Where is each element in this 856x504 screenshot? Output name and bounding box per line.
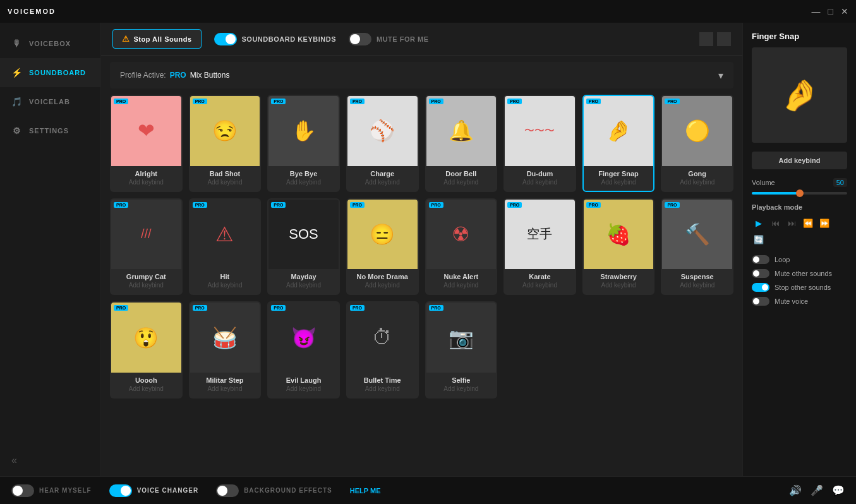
sound-keybind-nuke-alert: Add keybind [443, 282, 478, 289]
maximize-button[interactable]: □ [828, 7, 833, 16]
sound-card-door-bell[interactable]: PRO 🔔 Door Bell Add keybind [425, 95, 498, 192]
sound-name-nuke-alert: Nuke Alert [444, 273, 479, 280]
toggle-stop-other-sounds[interactable] [752, 283, 769, 292]
sound-card-alright[interactable]: PRO ❤ Alright Add keybind [110, 95, 183, 192]
play-button[interactable]: ▶ [752, 216, 766, 230]
window-controls: — □ ✕ [812, 7, 848, 16]
sound-name-gong: Gong [688, 170, 706, 177]
sidebar-item-settings[interactable]: ⚙ SETTINGS [0, 116, 100, 145]
sound-keybind-alright: Add keybind [129, 179, 164, 186]
sound-keybind-charge: Add keybind [365, 179, 400, 186]
sound-name-no-more-drama: No More Drama [357, 273, 408, 280]
sound-card-bullet-time[interactable]: PRO ⏱ Bullet Time Add keybind [346, 301, 419, 399]
voice-changer-switch[interactable] [109, 484, 132, 497]
sound-keybind-bad-shot: Add keybind [207, 179, 242, 186]
add-keybind-button[interactable]: Add keybind [752, 152, 847, 169]
bg-effects-switch[interactable] [216, 484, 239, 497]
keybinds-switch[interactable] [214, 33, 237, 45]
grid-view-large-button[interactable] [717, 32, 731, 46]
pro-badge: PRO [114, 202, 128, 208]
sound-card-no-more-drama[interactable]: PRO 😑 No More Drama Add keybind [346, 198, 419, 296]
appname: VOICEMOD [8, 8, 56, 15]
sound-card-img-bye-bye: PRO ✋ [268, 96, 339, 166]
hear-myself-switch[interactable] [11, 484, 34, 497]
sound-keybind-gong: Add keybind [680, 179, 714, 186]
sound-card-nuke-alert[interactable]: PRO ☢ Nuke Alert Add keybind [425, 198, 498, 296]
sidebar-item-voicebox[interactable]: 🎙 VOICEBOX [0, 29, 100, 58]
toggle-mute-other-sounds[interactable] [752, 269, 769, 278]
sound-name-finger-snap: Finger Snap [598, 170, 639, 177]
stop-all-sounds-button[interactable]: ⚠ Stop All Sounds [112, 29, 202, 49]
sound-card-suspense[interactable]: PRO 🔨 Suspense Add keybind [661, 198, 733, 296]
sound-card-img-suspense: PRO 🔨 [662, 200, 732, 270]
sound-card-img-no-more-drama: PRO 😑 [347, 200, 418, 270]
sound-card-uoooh[interactable]: PRO 😲 Uoooh Add keybind [110, 301, 183, 399]
pro-badge: PRO [507, 99, 522, 104]
sound-name-alright: Alright [135, 170, 157, 177]
play-back-button[interactable]: ⏪ [801, 216, 815, 230]
sound-keybind-strawberry: Add keybind [601, 282, 636, 289]
hear-myself-row: HEAR MYSELF [11, 484, 92, 497]
sound-emoji-evil-laugh: 😈 [291, 326, 316, 350]
microphone-icon: 🎙 [11, 38, 23, 49]
sound-card-selfie[interactable]: PRO 📷 Selfie Add keybind [425, 301, 498, 399]
sound-preview: 🤌 [752, 47, 847, 143]
sidebar-label-voicebox: VOICEBOX [29, 40, 71, 47]
play-overlap-button[interactable]: ⏮ [768, 216, 782, 230]
pro-badge: PRO [193, 99, 207, 104]
pro-badge: PRO [429, 305, 443, 311]
sound-name-bad-shot: Bad Shot [210, 170, 240, 177]
volume-slider[interactable] [752, 192, 847, 195]
sound-card-karate[interactable]: PRO 空手 Karate Add keybind [503, 198, 576, 296]
sound-card-gong[interactable]: PRO 🟡 Gong Add keybind [661, 95, 733, 192]
bg-effects-label: BACKGROUND EFFECTS [244, 487, 332, 494]
play-next-button[interactable]: ⏭ [785, 216, 799, 230]
help-me-button[interactable]: HELP ME [350, 487, 381, 495]
sidebar-item-voicelab[interactable]: 🎵 VOICELAB [0, 87, 100, 116]
play-forward-button[interactable]: ⏩ [817, 216, 831, 230]
sound-card-finger-snap[interactable]: PRO 🤌 Finger Snap Add keybind [582, 95, 655, 192]
right-panel: Finger Snap 🤌 Add keybind Volume 50 Play… [742, 23, 856, 476]
sound-card-strawberry[interactable]: PRO 🍓 Strawberry Add keybind [582, 198, 655, 296]
voice-changer-row: VOICE CHANGER [109, 484, 198, 497]
sound-card-img-bad-shot: PRO 😒 [190, 96, 260, 166]
sound-keybind-bye-bye: Add keybind [286, 179, 321, 186]
sound-emoji-charge: ⚾ [370, 119, 395, 143]
sound-name-mayday: Mayday [291, 273, 316, 280]
playback-toggles: Loop Mute other sounds Stop other sounds… [752, 255, 847, 311]
replay-button[interactable]: 🔄 [752, 232, 766, 246]
sound-card-du-dum[interactable]: PRO 〜〜〜 Du-dum Add keybind [503, 95, 576, 192]
sound-card-evil-laugh[interactable]: PRO 😈 Evil Laugh Add keybind [267, 301, 340, 399]
sound-card-hit[interactable]: PRO ⚠ Hit Add keybind [189, 198, 262, 296]
sidebar-item-soundboard[interactable]: ⚡ SOUNDBOARD [0, 58, 100, 87]
pro-badge: PRO [350, 305, 365, 311]
sound-card-grumpy-cat[interactable]: PRO /// Grumpy Cat Add keybind [110, 198, 183, 296]
sound-keybind-finger-snap: Add keybind [601, 179, 636, 186]
toggle-loop[interactable] [752, 255, 769, 264]
sound-name-hit: Hit [220, 273, 230, 280]
sound-card-img-evil-laugh: PRO 😈 [268, 303, 339, 373]
bottom-bar: HEAR MYSELF VOICE CHANGER BACKGROUND EFF… [0, 476, 856, 504]
sound-card-bad-shot[interactable]: PRO 😒 Bad Shot Add keybind [189, 95, 262, 192]
sound-card-bye-bye[interactable]: PRO ✋ Bye Bye Add keybind [267, 95, 340, 192]
pro-badge: PRO [665, 99, 679, 104]
mute-switch[interactable] [349, 33, 371, 45]
sound-name-evil-laugh: Evil Laugh [286, 376, 322, 384]
minimize-button[interactable]: — [812, 7, 821, 16]
sound-name-bye-bye: Bye Bye [290, 170, 317, 177]
soundboard-keybinds-toggle: SOUNDBOARD KEYBINDS [214, 33, 336, 45]
sidebar-collapse-button[interactable]: « [0, 445, 100, 476]
pro-badge: PRO [429, 99, 443, 104]
sound-keybind-bullet-time: Add keybind [365, 385, 400, 392]
toggle-mute-voice[interactable] [752, 297, 769, 306]
sound-card-mayday[interactable]: PRO SOS Mayday Add keybind [267, 198, 340, 296]
sound-keybind-evil-laugh: Add keybind [286, 385, 321, 392]
main-wrapper: 🎙 VOICEBOX ⚡ SOUNDBOARD 🎵 VOICELAB ⚙ SET… [0, 23, 856, 476]
profile-bar[interactable]: Profile Active: PRO Mix Buttons ▾ [110, 62, 733, 88]
sound-card-militar-step[interactable]: PRO 🥁 Militar Step Add keybind [189, 301, 262, 399]
close-button[interactable]: ✕ [841, 7, 848, 16]
sound-card-img-finger-snap: PRO 🤌 [584, 96, 654, 166]
sound-grid-wrapper: PRO ❤ Alright Add keybind PRO 😒 Bad Shot… [101, 95, 742, 476]
sound-card-charge[interactable]: PRO ⚾ Charge Add keybind [346, 95, 419, 192]
grid-view-small-button[interactable] [699, 32, 713, 46]
